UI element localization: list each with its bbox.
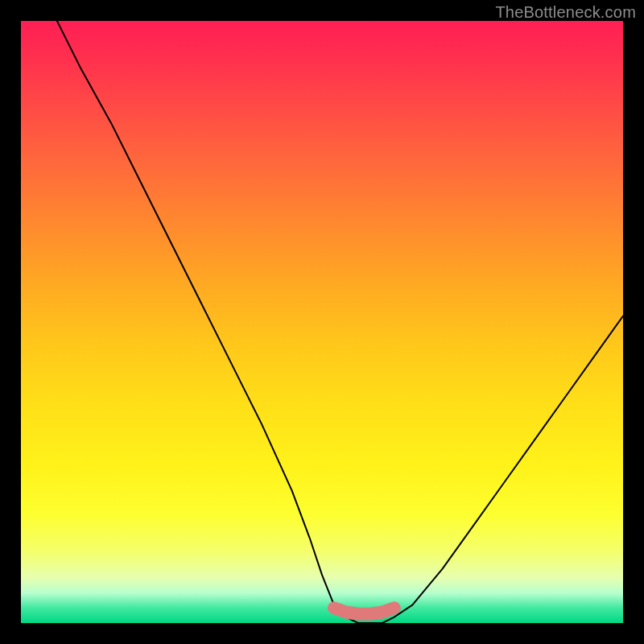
optimal-band-marker [334, 608, 394, 613]
watermark-text: TheBottleneck.com [495, 3, 636, 22]
plot-area [21, 21, 623, 623]
curve-layer [21, 21, 623, 623]
chart-frame: TheBottleneck.com [0, 0, 644, 644]
bottleneck-curve [57, 21, 623, 623]
